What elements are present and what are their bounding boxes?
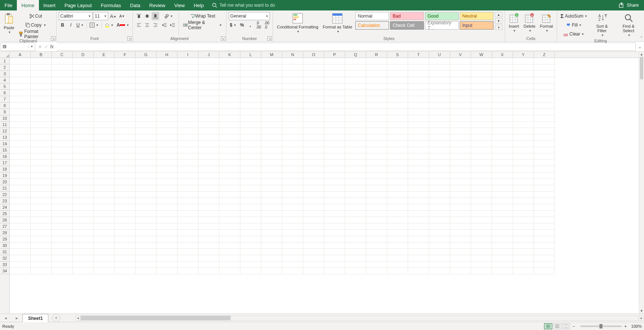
cell-V31[interactable] bbox=[450, 249, 471, 255]
cell-I10[interactable] bbox=[177, 115, 198, 122]
cell-U15[interactable] bbox=[429, 147, 450, 153]
cell-R9[interactable] bbox=[366, 109, 387, 115]
cell-B34[interactable] bbox=[31, 268, 52, 274]
cell-Z2[interactable] bbox=[534, 64, 555, 71]
cell-E16[interactable] bbox=[94, 153, 115, 160]
cell-C22[interactable] bbox=[52, 192, 73, 198]
accounting-format-button[interactable]: $▼ bbox=[229, 21, 238, 29]
cell-A24[interactable] bbox=[10, 204, 31, 211]
cell-M25[interactable] bbox=[261, 211, 282, 217]
cell-M27[interactable] bbox=[261, 223, 282, 230]
cell-I33[interactable] bbox=[177, 262, 198, 268]
cell-D28[interactable] bbox=[73, 230, 94, 236]
cell-Y33[interactable] bbox=[513, 262, 534, 268]
styles-more[interactable]: ▾ bbox=[495, 25, 502, 30]
cell-X10[interactable] bbox=[492, 115, 513, 122]
cell-C17[interactable] bbox=[52, 160, 73, 166]
cell-I13[interactable] bbox=[177, 134, 198, 141]
cell-D20[interactable] bbox=[73, 179, 94, 185]
cell-G3[interactable] bbox=[136, 71, 157, 77]
cell-E19[interactable] bbox=[94, 172, 115, 179]
cell-I11[interactable] bbox=[177, 122, 198, 128]
cell-P23[interactable] bbox=[324, 198, 345, 204]
find-select-button[interactable]: Find & Select▼ bbox=[615, 12, 642, 38]
cell-T22[interactable] bbox=[408, 192, 429, 198]
autosum-button[interactable]: Σ AutoSum▼ bbox=[559, 12, 589, 20]
cell-X23[interactable] bbox=[492, 198, 513, 204]
cell-U7[interactable] bbox=[429, 96, 450, 103]
align-center-button[interactable] bbox=[143, 21, 151, 29]
cell-B28[interactable] bbox=[31, 230, 52, 236]
cell-I27[interactable] bbox=[177, 223, 198, 230]
row-header-21[interactable]: 21 bbox=[0, 185, 9, 192]
cell-T9[interactable] bbox=[408, 109, 429, 115]
column-header-B[interactable]: B bbox=[31, 52, 52, 58]
cell-W22[interactable] bbox=[471, 192, 492, 198]
tab-review[interactable]: Review bbox=[145, 0, 170, 10]
cell-S15[interactable] bbox=[387, 147, 408, 153]
cell-Y34[interactable] bbox=[513, 268, 534, 274]
cell-N1[interactable] bbox=[282, 58, 303, 64]
cell-J14[interactable] bbox=[198, 141, 219, 147]
styles-scroll-down[interactable]: ▼ bbox=[495, 18, 502, 24]
cell-P30[interactable] bbox=[324, 242, 345, 249]
style-explanatory[interactable]: Explanatory T… bbox=[425, 21, 459, 30]
row-header-1[interactable]: 1 bbox=[0, 58, 9, 64]
cell-V17[interactable] bbox=[450, 160, 471, 166]
cell-C14[interactable] bbox=[52, 141, 73, 147]
cell-G19[interactable] bbox=[136, 172, 157, 179]
cell-X3[interactable] bbox=[492, 71, 513, 77]
cell-P2[interactable] bbox=[324, 64, 345, 71]
cell-T16[interactable] bbox=[408, 153, 429, 160]
cell-P6[interactable] bbox=[324, 90, 345, 96]
cell-B15[interactable] bbox=[31, 147, 52, 153]
row-header-27[interactable]: 27 bbox=[0, 223, 9, 230]
cell-N5[interactable] bbox=[282, 83, 303, 90]
cell-R28[interactable] bbox=[366, 230, 387, 236]
font-size-combo[interactable]: 11▼ bbox=[93, 12, 108, 20]
row-header-13[interactable]: 13 bbox=[0, 134, 9, 141]
cell-V24[interactable] bbox=[450, 204, 471, 211]
cell-M20[interactable] bbox=[261, 179, 282, 185]
cell-V8[interactable] bbox=[450, 103, 471, 109]
cell-J12[interactable] bbox=[198, 128, 219, 134]
cell-A11[interactable] bbox=[10, 122, 31, 128]
cell-Y15[interactable] bbox=[513, 147, 534, 153]
cell-K26[interactable] bbox=[219, 217, 240, 223]
cell-Y30[interactable] bbox=[513, 242, 534, 249]
cell-U24[interactable] bbox=[429, 204, 450, 211]
cell-Y14[interactable] bbox=[513, 141, 534, 147]
cell-W5[interactable] bbox=[471, 83, 492, 90]
cell-K16[interactable] bbox=[219, 153, 240, 160]
cell-Q12[interactable] bbox=[345, 128, 366, 134]
number-launcher[interactable]: ↘ bbox=[267, 36, 272, 41]
cell-X4[interactable] bbox=[492, 77, 513, 83]
cell-R19[interactable] bbox=[366, 172, 387, 179]
cell-J30[interactable] bbox=[198, 242, 219, 249]
cell-G8[interactable] bbox=[136, 103, 157, 109]
cell-D8[interactable] bbox=[73, 103, 94, 109]
column-header-G[interactable]: G bbox=[136, 52, 157, 58]
tab-formulas[interactable]: Formulas bbox=[96, 0, 125, 10]
cell-B24[interactable] bbox=[31, 204, 52, 211]
cell-J20[interactable] bbox=[198, 179, 219, 185]
cell-V3[interactable] bbox=[450, 71, 471, 77]
cell-A17[interactable] bbox=[10, 160, 31, 166]
cell-W8[interactable] bbox=[471, 103, 492, 109]
cell-Y13[interactable] bbox=[513, 134, 534, 141]
cell-Q15[interactable] bbox=[345, 147, 366, 153]
cell-X26[interactable] bbox=[492, 217, 513, 223]
tab-insert[interactable]: Insert bbox=[39, 0, 60, 10]
increase-font-button[interactable]: A▲ bbox=[109, 12, 118, 20]
cell-R17[interactable] bbox=[366, 160, 387, 166]
cell-G25[interactable] bbox=[136, 211, 157, 217]
cell-L20[interactable] bbox=[240, 179, 261, 185]
cell-N34[interactable] bbox=[282, 268, 303, 274]
cell-X27[interactable] bbox=[492, 223, 513, 230]
cell-P8[interactable] bbox=[324, 103, 345, 109]
cell-O8[interactable] bbox=[303, 103, 324, 109]
cell-N15[interactable] bbox=[282, 147, 303, 153]
cell-N31[interactable] bbox=[282, 249, 303, 255]
cell-A23[interactable] bbox=[10, 198, 31, 204]
cell-T31[interactable] bbox=[408, 249, 429, 255]
